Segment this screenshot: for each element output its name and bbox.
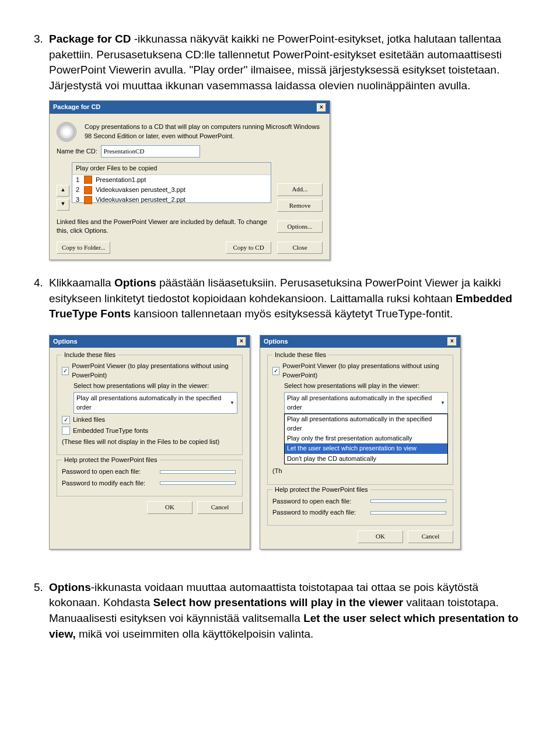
list-row[interactable]: 2Videokuvaksen perusteet_3.ppt bbox=[72, 185, 271, 195]
bold: Select how presentations will play in th… bbox=[153, 596, 404, 608]
list-row[interactable]: 3Videokuvaksen perusteet_2.ppt bbox=[72, 195, 271, 205]
checkbox[interactable]: ✓ bbox=[62, 367, 69, 375]
dialog-title: Package for CD bbox=[53, 103, 100, 111]
add-button[interactable]: Add... bbox=[277, 183, 323, 195]
cancel-button[interactable]: Cancel bbox=[197, 501, 243, 513]
list-item-4: 4. Klikkaamalla Options päästään lisäase… bbox=[34, 275, 526, 322]
list-item-5: 5. Options-ikkunasta voidaan muuttaa aut… bbox=[34, 580, 526, 642]
remove-button[interactable]: Remove bbox=[277, 200, 323, 212]
chevron-down-icon: ▼ bbox=[440, 400, 445, 406]
dropdown-item[interactable]: Don't play the CD automatically bbox=[285, 454, 447, 464]
checkbox[interactable] bbox=[62, 426, 70, 435]
bold: Package for CD bbox=[49, 33, 131, 45]
cancel-button[interactable]: Cancel bbox=[408, 530, 453, 543]
ppt-icon bbox=[84, 176, 92, 184]
item-text: Klikkaamalla Options päästään lisäasetuk… bbox=[49, 275, 526, 322]
select-play-label: Select how presentations will play in th… bbox=[272, 382, 448, 390]
group-label: Help protect the PowerPoint files bbox=[272, 485, 370, 494]
files-note: (Th bbox=[272, 467, 448, 475]
item-number: 5. bbox=[34, 580, 49, 642]
list-row[interactable]: 1Presentation1.ppt bbox=[72, 175, 271, 185]
name-cd-input[interactable]: PresentationCD bbox=[101, 145, 200, 158]
protect-files-group: Help protect the PowerPoint files Passwo… bbox=[267, 489, 453, 526]
options-dialog-dropdown: Options × Include these files ✓PowerPoin… bbox=[260, 335, 461, 550]
group-label: Include these files bbox=[272, 351, 328, 359]
dropdown-item[interactable]: Play only the first presentation automat… bbox=[285, 433, 447, 443]
move-down-button[interactable]: ▼ bbox=[57, 199, 69, 211]
item-number: 3. bbox=[34, 32, 49, 93]
protect-files-group: Help protect the PowerPoint files Passwo… bbox=[57, 460, 243, 496]
close-button[interactable]: Close bbox=[277, 242, 323, 254]
dialog-title: Options bbox=[53, 337, 78, 346]
move-up-button[interactable]: ▲ bbox=[57, 185, 69, 197]
ok-button[interactable]: OK bbox=[147, 501, 192, 513]
password-open-input[interactable] bbox=[160, 470, 236, 474]
item-text: Options-ikkunasta voidaan muuttaa automa… bbox=[49, 580, 526, 642]
bold: Options bbox=[49, 581, 91, 593]
name-cd-label: Name the CD: bbox=[57, 147, 97, 156]
select-play-label: Select how presentations will play in th… bbox=[62, 382, 237, 390]
password-open-input[interactable] bbox=[370, 499, 446, 503]
ppt-icon bbox=[84, 186, 92, 194]
copy-to-cd-button[interactable]: Copy to CD bbox=[226, 242, 271, 254]
group-label: Include these files bbox=[62, 351, 118, 359]
play-mode-select[interactable]: Play all presentations automatically in … bbox=[74, 392, 237, 414]
ppt-icon bbox=[84, 196, 92, 204]
dialog-description: Copy presentations to a CD that will pla… bbox=[80, 123, 323, 141]
copy-to-folder-button[interactable]: Copy to Folder... bbox=[57, 242, 110, 254]
checkbox[interactable]: ✓ bbox=[272, 367, 279, 375]
files-list[interactable]: Play order Files to be copied 1Presentat… bbox=[72, 162, 271, 203]
close-icon[interactable]: × bbox=[237, 337, 246, 346]
include-files-group: Include these files ✓PowerPoint Viewer (… bbox=[267, 355, 453, 484]
bold: Options bbox=[114, 277, 156, 289]
play-mode-dropdown: Play all presentations automatically in … bbox=[284, 414, 448, 464]
item-text: Package for CD -ikkunassa näkyvät kaikki… bbox=[49, 32, 526, 93]
dialog-title-bar: Package for CD × bbox=[50, 101, 330, 113]
close-icon[interactable]: × bbox=[447, 337, 457, 346]
ok-button[interactable]: OK bbox=[358, 530, 403, 543]
dropdown-item-selected[interactable]: Let the user select which presentation t… bbox=[285, 443, 447, 453]
password-modify-input[interactable] bbox=[370, 511, 446, 515]
item-number: 4. bbox=[34, 275, 49, 322]
dialog-title-bar: Options × bbox=[50, 335, 250, 348]
options-button[interactable]: Options... bbox=[277, 221, 323, 233]
include-files-group: Include these files ✓PowerPoint Viewer (… bbox=[57, 355, 243, 455]
password-modify-input[interactable] bbox=[160, 481, 236, 485]
dialog-title: Options bbox=[264, 337, 288, 346]
options-dialog: Options × Include these files ✓PowerPoin… bbox=[49, 335, 250, 550]
dialog-title-bar: Options × bbox=[260, 335, 460, 348]
chevron-down-icon: ▼ bbox=[230, 400, 235, 406]
close-icon[interactable]: × bbox=[317, 103, 326, 112]
checkbox[interactable]: ✓ bbox=[62, 416, 70, 424]
list-item-3: 3. Package for CD -ikkunassa näkyvät kai… bbox=[34, 32, 526, 93]
list-header: Play order Files to be copied bbox=[72, 163, 271, 174]
linked-note: Linked files and the PowerPoint Viewer a… bbox=[57, 218, 271, 236]
play-mode-select[interactable]: Play all presentations automatically in … bbox=[284, 392, 448, 414]
cd-icon bbox=[57, 122, 76, 142]
dropdown-item[interactable]: Play all presentations automatically in … bbox=[285, 414, 447, 433]
package-for-cd-dialog: Package for CD × Copy presentations to a… bbox=[49, 100, 330, 260]
group-label: Help protect the PowerPoint files bbox=[62, 456, 160, 464]
files-note: (These files will not display in the Fil… bbox=[62, 438, 237, 446]
